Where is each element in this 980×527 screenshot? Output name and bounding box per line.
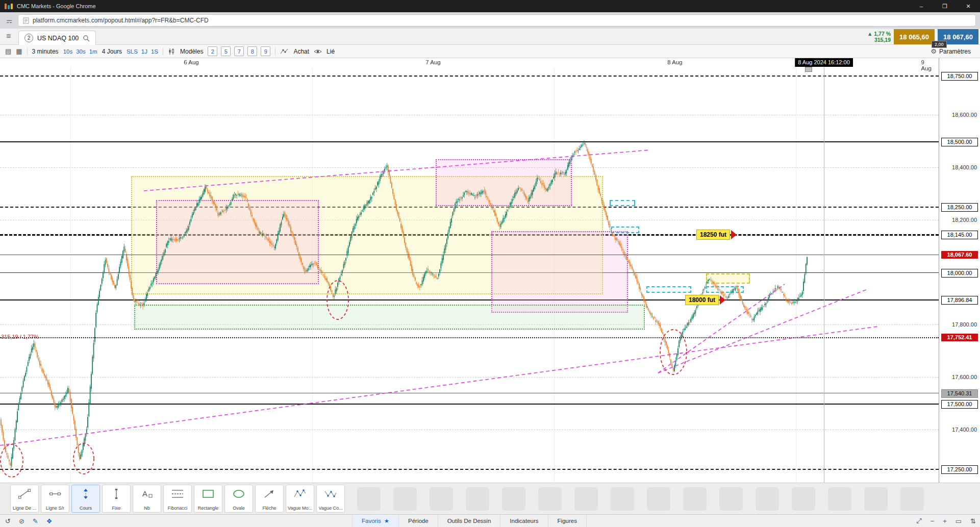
instrument-name: US NDAQ 100: [37, 35, 79, 42]
price-level-line: [0, 255, 939, 255]
url-text: platform.cmcmarkets.com/popout.html#/app…: [33, 17, 209, 24]
chart-area[interactable]: 18250 fut18000 fut315,19 / 1,77%6 Aug7 A…: [0, 58, 980, 483]
bottom-tab-figures[interactable]: Figures: [548, 515, 587, 527]
instrument-tab[interactable]: 2 US NDAQ 100: [18, 31, 96, 45]
news-icon[interactable]: ▤: [5, 47, 11, 55]
rectangle-icon: [202, 488, 215, 502]
bottom-tab-indicateurs[interactable]: Indicateurs: [500, 515, 548, 527]
arrow-icon: [263, 488, 276, 502]
model-number-button[interactable]: 7: [234, 46, 244, 56]
search-icon[interactable]: [83, 35, 90, 42]
bottom-tab-label: Période: [408, 518, 429, 524]
price-axis-label: 18,145.00: [941, 231, 978, 239]
draw-tool-rectangle[interactable]: Rectangle: [194, 485, 222, 513]
draw-tool-fixed-line[interactable]: Fixe: [102, 485, 131, 513]
bottom-tab-favoris[interactable]: Favoris★: [352, 515, 399, 527]
model-number-button[interactable]: 5: [221, 46, 231, 56]
bottom-bar: ↺⊘✎❖ Favoris★PériodeOutils De DessinIndi…: [0, 514, 980, 527]
draw-tool-label: Vague Mo...: [288, 506, 312, 511]
buy-mode-label[interactable]: Achat: [293, 48, 309, 55]
price-change: ▲ 1,77 % 315,19: [867, 31, 891, 43]
spread-badge: 2,00: [932, 41, 947, 48]
instrument-tab-bar: ≡ 2 US NDAQ 100: [0, 29, 980, 45]
empty-favorite-slot: [574, 487, 598, 511]
models-label[interactable]: Modèles: [180, 48, 203, 55]
restore-button[interactable]: ❐: [933, 0, 957, 12]
menu-icon[interactable]: ≡: [6, 32, 11, 41]
range-label[interactable]: 4 Jours: [102, 48, 122, 55]
draw-tool-label: Ligne S/r: [46, 506, 64, 511]
fibonacci-icon: [171, 488, 184, 502]
model-number-button[interactable]: 9: [261, 46, 270, 56]
url-field[interactable]: platform.cmcmarkets.com/popout.html#/app…: [18, 14, 976, 27]
window-title: CMC Markets - Google Chrome: [17, 3, 96, 9]
price-flag[interactable]: 18250 fut: [696, 230, 737, 240]
draw-tool-arrow[interactable]: Flèche: [255, 485, 284, 513]
bottom-tab-période[interactable]: Période: [399, 515, 438, 527]
price-axis-label: 18,067.60: [941, 251, 978, 259]
price-axis-label: 17,800.00: [952, 321, 977, 329]
draw-tool-text-note[interactable]: ANb: [133, 485, 161, 513]
undo-history-icon[interactable]: ↺: [5, 517, 11, 525]
price-axis[interactable]: 18,750.0018,600.0018,500.0018,400.0018,2…: [939, 58, 980, 483]
format-brush-icon[interactable]: ❖: [46, 517, 53, 525]
close-button[interactable]: ✕: [957, 0, 980, 12]
quick-interval-button[interactable]: 1m: [89, 48, 97, 55]
separator: [27, 47, 28, 55]
separator: [275, 47, 275, 55]
draw-tool-fibonacci[interactable]: Fibonacci: [163, 485, 192, 513]
price-flag[interactable]: 18000 fut: [685, 295, 725, 305]
model-number-button[interactable]: 8: [247, 46, 257, 56]
eye-icon[interactable]: [314, 48, 322, 55]
price-axis-label: 17,896.84: [941, 296, 978, 305]
edit-pencil-icon[interactable]: ✎: [33, 517, 38, 525]
gear-icon[interactable]: ⚙: [931, 47, 937, 55]
bottom-tab-label: Favoris: [362, 518, 381, 524]
frame-icon[interactable]: ▭: [956, 517, 962, 525]
cursor-time-line: [824, 67, 824, 483]
bottom-tab-outils-de-dessin[interactable]: Outils De Dessin: [438, 515, 501, 527]
bottom-tabs: Favoris★PériodeOutils De DessinIndicateu…: [352, 515, 587, 527]
model-number-button[interactable]: 2: [208, 46, 217, 56]
chart-type-icon[interactable]: [280, 48, 289, 55]
wave-corrective-icon: [324, 488, 337, 502]
zoom-in-icon[interactable]: +: [943, 517, 947, 525]
zoom-out-icon[interactable]: −: [931, 517, 935, 525]
draw-tool-wave-motive[interactable]: Vague Mo...: [286, 485, 314, 513]
page-icon: [23, 17, 29, 24]
draw-tool-oval[interactable]: Ovale: [224, 485, 253, 513]
horizontal-line-icon: [48, 488, 62, 502]
period-button[interactable]: 1S: [151, 48, 158, 55]
draw-tool-horizontal-line[interactable]: Ligne S/r: [41, 485, 69, 513]
minimize-button[interactable]: –: [910, 0, 933, 12]
bottom-tab-label: Indicateurs: [510, 518, 538, 524]
layout-grid-icon[interactable]: ▦: [16, 47, 22, 55]
settings-label[interactable]: Paramètres: [939, 48, 971, 55]
separator: [163, 47, 163, 55]
disable-drawing-icon[interactable]: ⊘: [19, 517, 24, 525]
price-axis-label: 17,400.00: [952, 426, 977, 434]
quick-interval-button[interactable]: 30s: [76, 48, 86, 55]
empty-favorite-slot: [611, 487, 634, 511]
draw-tool-wave-corrective[interactable]: Vague Co...: [316, 485, 345, 513]
chart-style-icon[interactable]: [168, 48, 175, 55]
fit-screen-icon[interactable]: ⤢: [916, 517, 921, 525]
interval-dropdown[interactable]: 3 minutes: [32, 48, 59, 55]
draw-tool-label: Flèche: [262, 506, 276, 511]
draw-tool-trend-line[interactable]: Ligne De ...: [10, 485, 39, 513]
period-button[interactable]: SLS: [127, 48, 138, 55]
page-info-icon[interactable]: ⚎: [4, 15, 14, 26]
draw-tool-price-line[interactable]: Cours: [71, 485, 100, 513]
cursor-drag-handle[interactable]: [805, 67, 812, 72]
svg-text:A: A: [142, 489, 147, 498]
quick-interval-button[interactable]: 10s: [63, 48, 73, 55]
linked-label[interactable]: Lié: [326, 48, 335, 55]
price-axis-label: 18,750.00: [941, 72, 978, 81]
sell-price-button[interactable]: 18 065,60: [894, 29, 935, 44]
vertical-scale-icon[interactable]: ⇅: [970, 517, 976, 525]
chart-plot[interactable]: 18250 fut18000 fut315,19 / 1,77%6 Aug7 A…: [0, 58, 939, 483]
period-button[interactable]: 1J: [141, 48, 147, 55]
model-number-group: 25789: [208, 46, 270, 56]
flag-arrow-icon: [720, 295, 725, 305]
empty-favorite-slot: [683, 487, 707, 511]
